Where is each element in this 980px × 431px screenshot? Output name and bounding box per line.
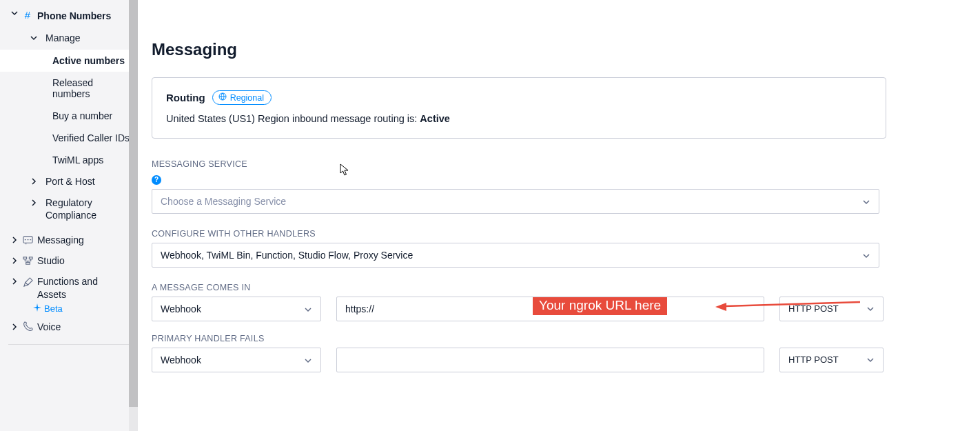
- incoming-method-select[interactable]: HTTP POST: [779, 297, 884, 321]
- chevron-down-icon: [866, 305, 875, 313]
- sidebar-item-verified-caller-ids[interactable]: Verified Caller IDs: [0, 127, 138, 149]
- routing-status: United States (US1) Region inbound messa…: [166, 113, 872, 124]
- message-comes-in-label: A MESSAGE COMES IN: [152, 283, 966, 292]
- select-value: HTTP POST: [788, 354, 839, 365]
- page-title: Messaging: [152, 40, 966, 59]
- sidebar-label: Messaging: [37, 234, 84, 246]
- chevron-down-icon: [304, 305, 312, 313]
- select-placeholder: Choose a Messaging Service: [161, 196, 286, 207]
- sidebar-item-manage[interactable]: Manage: [0, 26, 138, 50]
- sidebar-item-phone-numbers[interactable]: # Phone Numbers: [0, 6, 138, 26]
- chevron-down-icon: [862, 251, 870, 259]
- chevron-right-icon: [30, 199, 37, 206]
- fails-type-select[interactable]: Webhook: [152, 348, 321, 372]
- fails-url-input[interactable]: [336, 348, 764, 372]
- fails-method-select[interactable]: HTTP POST: [779, 348, 884, 372]
- sidebar: # Phone Numbers Manage Active numbers Re…: [0, 0, 138, 431]
- scrollbar-thumb[interactable]: [129, 0, 138, 407]
- chevron-right-icon: [11, 257, 18, 264]
- routing-status-prefix: United States (US1) Region inbound messa…: [166, 113, 420, 124]
- chevron-right-icon: [11, 323, 18, 330]
- sidebar-item-released-numbers[interactable]: Released numbers: [0, 72, 138, 105]
- chevron-down-icon: [30, 34, 37, 41]
- chevron-right-icon: [11, 278, 18, 285]
- sidebar-item-regulatory-compliance[interactable]: Regulatory Compliance: [0, 192, 138, 225]
- sidebar-label: Regulatory Compliance: [45, 197, 121, 221]
- select-value: Webhook, TwiML Bin, Function, Studio Flo…: [161, 250, 413, 261]
- primary-fails-label: PRIMARY HANDLER FAILS: [152, 334, 966, 343]
- chevron-down-icon: [11, 10, 18, 17]
- sidebar-label: Functions and Assets: [37, 275, 113, 300]
- sidebar-item-active-numbers[interactable]: Active numbers: [0, 50, 138, 72]
- sidebar-item-buy-a-number[interactable]: Buy a number: [0, 105, 138, 127]
- svg-rect-3: [25, 262, 30, 264]
- chevron-right-icon: [30, 178, 37, 185]
- messaging-service-label: MESSAGING SERVICE: [152, 159, 966, 169]
- select-value: Webhook: [161, 303, 201, 314]
- beta-label: Beta: [44, 303, 63, 314]
- sidebar-label: Manage: [45, 32, 81, 44]
- incoming-url-input[interactable]: [336, 297, 764, 321]
- chevron-down-icon: [304, 356, 312, 364]
- svg-rect-1: [23, 257, 26, 259]
- beta-badge: Beta: [0, 303, 138, 314]
- routing-title: Routing: [166, 92, 205, 103]
- chevron-down-icon: [866, 356, 875, 364]
- sidebar-item-studio[interactable]: Studio: [0, 250, 138, 271]
- svg-rect-2: [29, 257, 32, 259]
- main-content: Messaging Routing Regional United States…: [138, 0, 980, 431]
- sidebar-label: Phone Numbers: [37, 10, 111, 22]
- divider: [8, 344, 130, 345]
- sparkle-icon: [33, 303, 41, 314]
- incoming-type-select[interactable]: Webhook: [152, 297, 321, 321]
- chevron-down-icon: [862, 197, 870, 206]
- sidebar-label: Studio: [37, 254, 65, 267]
- sidebar-label: Port & Host: [45, 175, 95, 188]
- messaging-icon: [22, 234, 33, 245]
- sidebar-item-twiml-apps[interactable]: TwiML apps: [0, 149, 138, 171]
- regional-badge[interactable]: Regional: [212, 90, 272, 105]
- messaging-service-select[interactable]: Choose a Messaging Service: [152, 189, 879, 214]
- routing-status-value: Active: [420, 113, 450, 124]
- regional-label: Regional: [230, 93, 264, 103]
- select-value: HTTP POST: [788, 303, 839, 314]
- configure-label: CONFIGURE WITH OTHER HANDLERS: [152, 229, 966, 239]
- sidebar-item-port-host[interactable]: Port & Host: [0, 171, 138, 192]
- phone-icon: [22, 321, 33, 332]
- help-icon[interactable]: ?: [152, 175, 161, 185]
- sidebar-item-messaging[interactable]: Messaging: [0, 230, 138, 250]
- pencil-icon: [22, 277, 33, 288]
- select-value: Webhook: [161, 354, 201, 365]
- chevron-right-icon: [11, 237, 18, 243]
- hash-icon: #: [22, 10, 33, 21]
- routing-card: Routing Regional United States (US1) Reg…: [152, 77, 886, 139]
- globe-icon: [218, 92, 227, 103]
- configure-select[interactable]: Webhook, TwiML Bin, Function, Studio Flo…: [152, 243, 879, 268]
- sidebar-item-voice[interactable]: Voice: [0, 317, 138, 337]
- sidebar-label: Voice: [37, 321, 61, 333]
- sidebar-item-functions-assets[interactable]: Functions and Assets: [0, 271, 138, 304]
- studio-icon: [22, 255, 33, 266]
